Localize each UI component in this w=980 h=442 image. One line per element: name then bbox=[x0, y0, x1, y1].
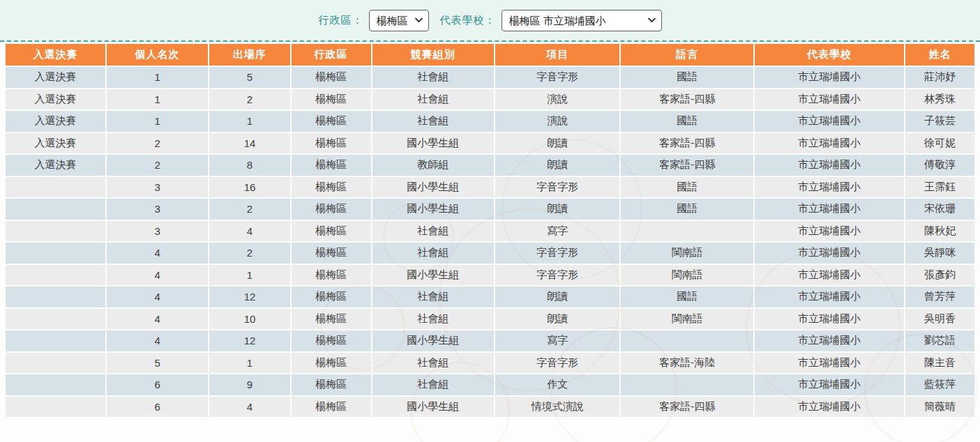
results-table: 入選決賽個人名次出場序行政區競賽組別項目語言代表學校姓名 入選決賽15楊梅區社會… bbox=[4, 43, 976, 418]
cell: 教師組 bbox=[372, 155, 494, 176]
school-filter-group: 代表學校： 楊梅區 市立瑞埔國小 bbox=[440, 10, 662, 31]
cell: 2 bbox=[107, 155, 209, 176]
cell: 2 bbox=[107, 133, 209, 154]
cell: 國語 bbox=[621, 111, 753, 132]
cell: 6 bbox=[107, 374, 209, 395]
cell: 楊梅區 bbox=[292, 265, 371, 286]
table-row: 41楊梅區國小學生組字音字形閩南語市立瑞埔國小張彥鈞 bbox=[6, 265, 974, 286]
cell: 藍筱萍 bbox=[905, 374, 974, 395]
cell: 6 bbox=[107, 397, 209, 418]
cell: 入選決賽 bbox=[6, 133, 105, 154]
cell: 2 bbox=[209, 243, 289, 264]
cell: 子筱芸 bbox=[905, 111, 974, 132]
table-row: 51楊梅區社會組字音字形客家語-海陸市立瑞埔國小陳主音 bbox=[6, 353, 974, 374]
cell: 楊梅區 bbox=[292, 89, 371, 110]
table-row: 32楊梅區國小學生組朗讀國語市立瑞埔國小宋依珊 bbox=[6, 199, 974, 220]
cell: 16 bbox=[209, 177, 289, 198]
cell: 社會組 bbox=[372, 309, 494, 330]
cell: 閩南語 bbox=[621, 243, 753, 264]
cell: 市立瑞埔國小 bbox=[755, 397, 904, 418]
cell: 社會組 bbox=[372, 89, 494, 110]
cell: 徐可妮 bbox=[905, 133, 974, 154]
cell: 1 bbox=[107, 111, 209, 132]
cell: 楊梅區 bbox=[292, 199, 371, 220]
cell: 1 bbox=[209, 265, 289, 286]
cell: 1 bbox=[107, 67, 209, 88]
cell: 字音字形 bbox=[495, 353, 619, 374]
cell: 3 bbox=[107, 177, 209, 198]
table-row: 410楊梅區社會組朗讀閩南語市立瑞埔國小吳明香 bbox=[6, 309, 974, 330]
cell: 5 bbox=[107, 353, 209, 374]
cell: 莊沛妤 bbox=[905, 67, 974, 88]
cell: 國小學生組 bbox=[372, 177, 494, 198]
table-row: 入選決賽12楊梅區社會組演說客家語-四縣市立瑞埔國小林秀珠 bbox=[6, 89, 974, 110]
cell: 劉芯語 bbox=[905, 330, 974, 351]
district-select-wrap: 楊梅區 bbox=[369, 10, 429, 31]
cell: 2 bbox=[209, 89, 289, 110]
cell: 4 bbox=[107, 265, 209, 286]
cell: 市立瑞埔國小 bbox=[755, 330, 904, 351]
cell: 楊梅區 bbox=[292, 353, 371, 374]
header-cell-1: 個人名次 bbox=[107, 44, 209, 66]
cell: 1 bbox=[209, 353, 289, 374]
cell: 8 bbox=[209, 155, 289, 176]
cell: 社會組 bbox=[372, 287, 494, 307]
district-select[interactable]: 楊梅區 bbox=[369, 10, 429, 31]
cell: 國語 bbox=[621, 177, 753, 198]
cell: 國語 bbox=[621, 199, 753, 220]
cell: 12 bbox=[209, 330, 289, 351]
cell: 字音字形 bbox=[495, 243, 619, 264]
cell: 吳明香 bbox=[905, 309, 974, 330]
cell: 林秀珠 bbox=[905, 89, 974, 110]
cell: 市立瑞埔國小 bbox=[755, 67, 904, 88]
cell: 閩南語 bbox=[621, 309, 753, 330]
header-cell-5: 項目 bbox=[495, 44, 619, 66]
cell: 國小學生組 bbox=[372, 330, 494, 351]
cell: 市立瑞埔國小 bbox=[755, 155, 904, 176]
cell: 市立瑞埔國小 bbox=[755, 177, 904, 198]
cell: 國小學生組 bbox=[372, 133, 494, 154]
cell: 3 bbox=[107, 221, 209, 242]
cell: 寫字 bbox=[495, 221, 619, 242]
cell: 客家語-海陸 bbox=[621, 353, 753, 374]
cell: 情境式演說 bbox=[495, 397, 619, 418]
cell: 國小學生組 bbox=[372, 199, 494, 220]
cell bbox=[6, 374, 105, 395]
cell: 朗讀 bbox=[495, 199, 619, 220]
cell: 社會組 bbox=[372, 67, 494, 88]
cell bbox=[6, 221, 105, 242]
cell: 字音字形 bbox=[495, 67, 619, 88]
cell bbox=[6, 287, 105, 307]
cell: 客家語-四縣 bbox=[621, 155, 753, 176]
cell: 楊梅區 bbox=[292, 67, 371, 88]
cell: 朗讀 bbox=[495, 309, 619, 330]
cell bbox=[6, 265, 105, 286]
school-select[interactable]: 楊梅區 市立瑞埔國小 bbox=[502, 10, 662, 31]
cell: 字音字形 bbox=[495, 177, 619, 198]
cell: 市立瑞埔國小 bbox=[755, 111, 904, 132]
cell: 王霈鈺 bbox=[905, 177, 974, 198]
cell: 社會組 bbox=[372, 353, 494, 374]
cell: 楊梅區 bbox=[292, 374, 371, 395]
table-row: 入選決賽15楊梅區社會組字音字形國語市立瑞埔國小莊沛妤 bbox=[6, 67, 974, 88]
table-row: 69楊梅區社會組作文市立瑞埔國小藍筱萍 bbox=[6, 374, 974, 395]
cell: 10 bbox=[209, 309, 289, 330]
header-cell-2: 出場序 bbox=[209, 44, 289, 66]
cell: 客家語-四縣 bbox=[621, 397, 753, 418]
cell: 作文 bbox=[495, 374, 619, 395]
table-row: 412楊梅區國小學生組寫字市立瑞埔國小劉芯語 bbox=[6, 330, 974, 351]
table-row: 412楊梅區社會組朗讀國語市立瑞埔國小曾芳萍 bbox=[6, 287, 974, 307]
cell: 國小學生組 bbox=[372, 265, 494, 286]
cell: 2 bbox=[209, 199, 289, 220]
table-row: 入選決賽214楊梅區國小學生組朗讀客家語-四縣市立瑞埔國小徐可妮 bbox=[6, 133, 974, 154]
cell bbox=[6, 177, 105, 198]
cell: 楊梅區 bbox=[292, 221, 371, 242]
district-label: 行政區： bbox=[319, 14, 363, 27]
cell: 傅敬淳 bbox=[905, 155, 974, 176]
table-row: 64楊梅區國小學生組情境式演說客家語-四縣市立瑞埔國小簡薇晴 bbox=[6, 397, 974, 418]
cell: 市立瑞埔國小 bbox=[755, 309, 904, 330]
cell: 市立瑞埔國小 bbox=[755, 199, 904, 220]
district-filter-group: 行政區： 楊梅區 bbox=[319, 10, 429, 31]
header-cell-4: 競賽組別 bbox=[372, 44, 494, 66]
cell: 客家語-四縣 bbox=[621, 89, 753, 110]
